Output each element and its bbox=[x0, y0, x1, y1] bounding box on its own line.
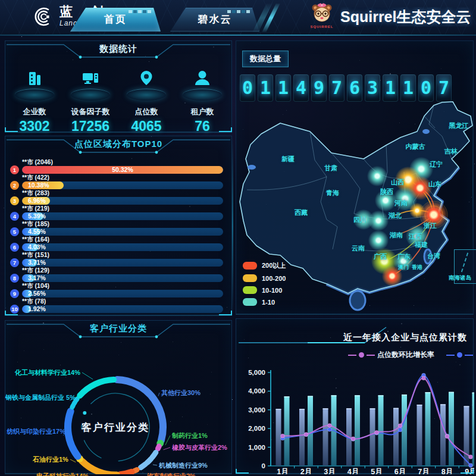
map-legend-swatch bbox=[243, 298, 257, 306]
bar-series2[interactable] bbox=[284, 396, 290, 466]
donut-segment[interactable] bbox=[120, 472, 131, 474]
y-axis-tick: 2,000 bbox=[248, 425, 265, 432]
donut-label[interactable]: 汽车制造行业2% bbox=[147, 472, 196, 476]
top10-bar-pct: 1.92% bbox=[28, 305, 46, 313]
donut-segment[interactable] bbox=[80, 380, 114, 396]
donut-label[interactable]: 其他行业30% bbox=[161, 389, 201, 397]
donut-label[interactable]: 制药行业1% bbox=[172, 431, 208, 440]
line-point[interactable] bbox=[328, 424, 332, 428]
tab-bishuiyun[interactable]: 碧水云 bbox=[170, 8, 259, 32]
province-label: 黑龙江 bbox=[449, 121, 469, 130]
x-axis-month-label: 1月 bbox=[277, 468, 288, 474]
top10-rank-badge: 1 bbox=[10, 165, 19, 174]
top10-bar-track[interactable]: 4.55% bbox=[22, 228, 223, 236]
pedestal-glow bbox=[15, 89, 54, 101]
bar-series2[interactable] bbox=[308, 396, 313, 466]
map-legend-item[interactable]: 100-200 bbox=[243, 274, 286, 282]
bar-series2[interactable] bbox=[472, 393, 475, 466]
south-sea-inset: 南海诸岛 bbox=[454, 249, 476, 284]
line-point[interactable] bbox=[328, 427, 332, 431]
donut-segment[interactable] bbox=[76, 399, 77, 401]
donut-label[interactable]: 化工与材料学行业14% bbox=[15, 368, 80, 377]
donut-label[interactable]: 橡胶与皮革行业2% bbox=[172, 443, 227, 452]
bar-series2[interactable] bbox=[402, 394, 407, 466]
top10-bar-track[interactable]: 3.71% bbox=[22, 259, 223, 267]
province-label: 广西 bbox=[374, 252, 387, 261]
bar-series1[interactable] bbox=[370, 408, 375, 466]
province-label: 甘肃 bbox=[324, 164, 337, 173]
province-label: 新疆 bbox=[281, 155, 295, 164]
y-axis-tick: 1,000 bbox=[248, 444, 265, 451]
donut-segment[interactable] bbox=[147, 459, 151, 463]
province-label: 台湾 bbox=[427, 252, 440, 261]
stat-label: 租户数 bbox=[175, 107, 230, 117]
counter-digit: 0 bbox=[418, 74, 434, 102]
bar-series2[interactable] bbox=[378, 395, 384, 466]
bar-series1[interactable] bbox=[393, 408, 399, 466]
line-point[interactable] bbox=[281, 434, 285, 438]
line-point[interactable] bbox=[469, 455, 473, 459]
bar-series1[interactable] bbox=[417, 405, 422, 466]
line-point[interactable] bbox=[422, 376, 426, 380]
counter-digit: 1 bbox=[400, 74, 416, 102]
donut-label[interactable]: 钢铁与金属制品行业 5% bbox=[5, 393, 76, 402]
squirrel-mascot: SQUIRREL bbox=[308, 2, 336, 29]
map-legend-item[interactable]: 10-100 bbox=[243, 286, 286, 294]
corner-accent bbox=[5, 311, 18, 315]
bar-series2[interactable] bbox=[425, 392, 431, 466]
top10-bar-track[interactable]: 2.56% bbox=[22, 290, 223, 298]
top10-bar-track[interactable]: 5.39% bbox=[22, 212, 223, 220]
donut-segment[interactable] bbox=[68, 411, 78, 456]
donut-label[interactable]: 电子科技行业14% bbox=[36, 472, 89, 476]
donut-label[interactable]: 机械制造行业9% bbox=[159, 461, 208, 470]
heat-point-min bbox=[367, 166, 387, 186]
map-legend-item[interactable]: 200以上 bbox=[243, 261, 286, 270]
top10-bar-track[interactable]: 4.03% bbox=[22, 243, 223, 251]
line-point[interactable] bbox=[469, 464, 473, 468]
user-pedestal bbox=[175, 65, 230, 102]
province-label: 浙江 bbox=[424, 221, 437, 230]
province-label: 湖北 bbox=[389, 211, 402, 220]
corner-accent bbox=[5, 127, 18, 132]
top10-rank-badge: 5 bbox=[10, 227, 19, 236]
bar-series2[interactable] bbox=[355, 395, 360, 466]
bar-series1[interactable] bbox=[440, 404, 446, 466]
bar-series1[interactable] bbox=[276, 409, 281, 466]
building-pedestal bbox=[7, 65, 62, 102]
province-label: 吉林 bbox=[444, 147, 458, 156]
top10-bar-track[interactable]: 6.96% bbox=[22, 197, 223, 205]
panel-title: 点位区域分布TOP10 bbox=[5, 139, 231, 150]
china-map: 新疆甘肃青海西藏内蒙古黑龙江吉林辽宁山西陕西河南山东湖北湖南江西浙江福建台湾广东… bbox=[237, 101, 473, 315]
donut-segment[interactable] bbox=[158, 446, 159, 449]
top10-bar-track[interactable]: 10.38% bbox=[22, 181, 223, 189]
top10-bar-track[interactable]: 3.17% bbox=[22, 274, 223, 282]
top10-bar-track[interactable]: 50.32% bbox=[22, 166, 223, 174]
bar-series1[interactable] bbox=[464, 406, 469, 466]
line-point[interactable] bbox=[304, 433, 308, 437]
counter-digit: 0 bbox=[240, 74, 255, 102]
line-point[interactable] bbox=[398, 424, 402, 428]
donut-label[interactable]: 纺织与印染行业17% bbox=[7, 427, 65, 436]
top10-bar-track[interactable]: 1.92% bbox=[22, 305, 223, 313]
province-label: 青海 bbox=[326, 189, 339, 198]
counter-digit: 1 bbox=[275, 74, 291, 102]
x-axis-month-label: 7月 bbox=[418, 468, 429, 474]
stat-label: 设备因子数 bbox=[63, 107, 118, 117]
map-legend-item[interactable]: 1-10 bbox=[243, 298, 286, 306]
bar-series2[interactable] bbox=[449, 392, 454, 466]
donut-segment[interactable] bbox=[152, 452, 156, 457]
top10-bar-label: **市 (219) bbox=[22, 205, 49, 213]
counter-digit: 6 bbox=[347, 74, 362, 102]
line-point[interactable] bbox=[375, 430, 379, 434]
y-axis-tick: 4,000 bbox=[248, 387, 265, 394]
line-point[interactable] bbox=[351, 437, 355, 441]
tab-bishuiyun-label: 碧水云 bbox=[198, 14, 232, 25]
line-point[interactable] bbox=[445, 434, 449, 439]
tab-home[interactable]: 首页 bbox=[70, 8, 161, 32]
bar-series1[interactable] bbox=[323, 408, 328, 466]
line-point[interactable] bbox=[398, 428, 402, 432]
donut-segment[interactable] bbox=[134, 469, 137, 471]
donut-segment[interactable] bbox=[140, 464, 145, 468]
donut-label[interactable]: 石油行业1% bbox=[33, 455, 68, 464]
bar-series1[interactable] bbox=[299, 409, 305, 466]
